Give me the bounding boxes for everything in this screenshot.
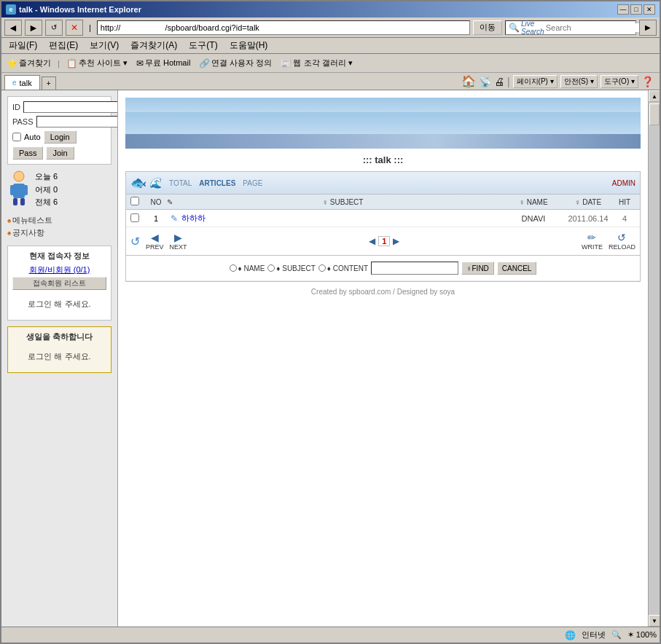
hotmail-link[interactable]: ✉ 무료 Hotmail — [134, 57, 192, 69]
board-table: 🐟 🌊 TOTAL ARTICLES PAGE ADMIN — [125, 171, 641, 282]
pass-button[interactable]: Pass — [12, 146, 43, 160]
scroll-up-button[interactable]: ▲ — [649, 90, 660, 102]
scroll-down-button[interactable]: ▼ — [649, 615, 660, 627]
prev-button[interactable]: ◀ PREV — [146, 232, 164, 251]
reload-button[interactable]: ↺ RELOAD — [609, 232, 635, 251]
subject-radio[interactable] — [267, 264, 275, 272]
home-icon[interactable]: 🏠 — [461, 74, 476, 88]
password-input[interactable] — [36, 116, 118, 127]
sidebar: ID PASS Auto Login Pass Join — [1, 90, 118, 627]
tools-button[interactable]: 도구(O) ▾ — [601, 75, 638, 88]
content-radio[interactable] — [318, 264, 326, 272]
auto-row: Auto Login — [12, 130, 106, 144]
user-avatar — [7, 170, 31, 194]
auto-checkbox[interactable] — [12, 133, 21, 141]
active-tab[interactable]: e talk — [4, 75, 40, 90]
zoom-label: ✶ 100% — [627, 630, 657, 640]
new-tab-button[interactable]: + — [42, 76, 56, 90]
feeds-icon[interactable]: 📡 — [479, 76, 491, 87]
address-label: | — [86, 23, 94, 32]
page-left-arrow[interactable]: ◀ — [369, 236, 375, 246]
favorites-link[interactable]: ⭐ 즐겨찾기 — [4, 57, 53, 69]
menu-test-link[interactable]: ♠ 메뉴테스트 — [7, 215, 112, 226]
login-button[interactable]: Login — [44, 130, 77, 144]
minimize-button[interactable]: — — [617, 4, 629, 15]
forward-button[interactable]: ► — [25, 20, 42, 36]
find-button[interactable]: ♀FIND — [461, 262, 494, 275]
join-button[interactable]: Join — [46, 146, 74, 160]
recommended-sites-link[interactable]: 📋 추천 사이트 ▾ — [64, 57, 130, 69]
menu-view[interactable]: 보기(V) — [85, 38, 123, 53]
current-page[interactable]: 1 — [378, 236, 390, 246]
live-search-icon: 🔍 — [509, 23, 520, 33]
name-radio[interactable] — [230, 264, 237, 272]
name-radio-label: ♦ NAME — [230, 264, 265, 272]
live-search-brand: Live Search — [521, 20, 544, 36]
pass-row: PASS — [12, 116, 106, 127]
safety-button[interactable]: 안전(S) ▾ — [560, 75, 598, 88]
close-button[interactable]: ✕ — [644, 4, 655, 15]
address-input[interactable] — [97, 20, 470, 35]
next-button[interactable]: ▶ NEXT — [170, 232, 187, 251]
birthday-box: 생일을 축하합니다 로그인 해 주세요. — [7, 326, 112, 373]
menu-bar: 파일(F) 편집(E) 보기(V) 즐겨찾기(A) 도구(T) 도움말(H) — [1, 38, 660, 54]
user-stats: 오늘 6 어제 0 전체 6 — [35, 170, 58, 209]
web-gallery-link[interactable]: 📰 웹 조각 갤러리 ▾ — [278, 57, 354, 69]
go-button[interactable]: 이동 — [473, 20, 502, 35]
menu-help[interactable]: 도움말(H) — [225, 38, 273, 53]
page-label: PAGE — [243, 179, 262, 187]
right-scrollbar[interactable]: ▲ ▼ — [648, 90, 660, 627]
member-info[interactable]: 회원/비회원 (0/1) — [12, 264, 106, 275]
refresh-icon[interactable]: ↺ — [130, 235, 140, 248]
board-navigation: ↺ ◀ PREV ▶ NEXT ◀ — [126, 227, 640, 256]
search-keyword-input[interactable] — [371, 262, 458, 275]
next-label: NEXT — [170, 243, 187, 251]
tab-toolbar-row: e talk + 🏠 📡 🖨 | 페이지(P) ▾ 안전(S) ▾ 도구(O) … — [1, 73, 660, 90]
id-input[interactable] — [23, 101, 118, 113]
refresh-button[interactable]: ↺ — [45, 20, 63, 36]
board-title: ::: talk ::: — [125, 154, 641, 165]
menu-favorites[interactable]: 즐겨찾기(A) — [126, 38, 181, 53]
total-label: 전체 — [35, 197, 51, 206]
pass-join-row: Pass Join — [12, 146, 106, 160]
menu-file[interactable]: 파일(F) — [4, 38, 42, 53]
member-list-button[interactable]: 접속회원 리스트 — [12, 277, 106, 290]
prev-next-nav: ↺ ◀ PREV ▶ NEXT — [130, 232, 187, 251]
admin-link[interactable]: ADMIN — [612, 179, 635, 187]
select-all-checkbox[interactable] — [130, 197, 139, 205]
help-icon[interactable]: ❓ — [641, 76, 654, 87]
search-go-button[interactable]: ▶ — [639, 20, 657, 36]
yesterday-stat: 어제 0 — [35, 184, 58, 197]
content-radio-label: ♦ CONTENT — [318, 264, 368, 272]
page-right-arrow[interactable]: ▶ — [393, 236, 399, 246]
menu-tools[interactable]: 도구(T) — [184, 38, 222, 53]
auto-label: Auto — [24, 133, 41, 141]
prev-icon: ◀ — [151, 232, 159, 243]
notice-link[interactable]: ♠ 공지사항 — [7, 227, 112, 238]
maximize-button[interactable]: □ — [630, 4, 642, 15]
scroll-thumb[interactable] — [649, 103, 660, 125]
articles-label: ARTICLES — [199, 179, 235, 187]
live-search-input[interactable] — [546, 23, 641, 32]
total-stat: 전체 6 — [35, 196, 58, 209]
cancel-search-button[interactable]: CANCEL — [497, 262, 537, 275]
browser-toolbar-right: 🏠 📡 🖨 | 페이지(P) ▾ 안전(S) ▾ 도구(O) ▾ ❓ — [455, 73, 660, 90]
row-subject[interactable]: 하하하 — [181, 213, 504, 224]
bullet-1: ♠ — [7, 216, 11, 224]
print-icon[interactable]: 🖨 — [494, 76, 504, 87]
access-login-msg: 로그인 해 주세요. — [12, 293, 106, 315]
board-actions: ✏ WRITE ↺ RELOAD — [582, 232, 635, 251]
stop-button[interactable]: ✕ — [66, 20, 83, 36]
user-define-link[interactable]: 🔗 연결 사용자 정의 — [197, 57, 274, 69]
write-button[interactable]: ✏ WRITE — [582, 232, 603, 251]
menu-edit[interactable]: 편집(E) — [44, 38, 82, 53]
back-button[interactable]: ◄ — [4, 20, 22, 36]
page-button[interactable]: 페이지(P) ▾ — [513, 75, 558, 88]
browser-window: e talk - Windows Internet Explorer — □ ✕… — [0, 0, 661, 644]
fish-icon: 🐟 — [130, 175, 146, 191]
scroll-track[interactable] — [649, 102, 660, 615]
link-icon: 🔗 — [199, 58, 210, 68]
no-col-header: NO — [145, 198, 167, 206]
subject-radio-label: ♦ SUBJECT — [267, 264, 315, 272]
row-checkbox[interactable] — [130, 213, 139, 222]
